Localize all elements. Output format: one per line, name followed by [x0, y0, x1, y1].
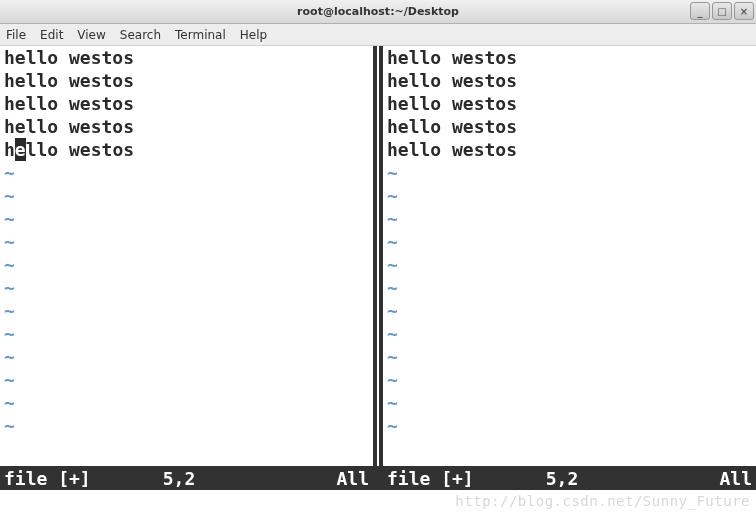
titlebar: root@localhost:~/Desktop _ □ × [0, 0, 756, 24]
tilde-line: ~ [4, 276, 373, 299]
text-line: hello westos [387, 115, 756, 138]
menu-file[interactable]: File [6, 28, 26, 42]
tilde-line: ~ [4, 230, 373, 253]
right-pane[interactable]: hello westos hello westos hello westos h… [383, 46, 756, 513]
tilde-line: ~ [387, 322, 756, 345]
menu-search[interactable]: Search [120, 28, 161, 42]
status-right: file [+] 5,2 All [383, 466, 756, 490]
minimize-button[interactable]: _ [690, 2, 710, 20]
left-pane[interactable]: hello westos hello westos hello westos h… [0, 46, 373, 513]
tilde-line: ~ [387, 276, 756, 299]
status-left: file [+] 5,2 All [0, 466, 373, 490]
tilde-line: ~ [4, 207, 373, 230]
tilde-line: ~ [4, 253, 373, 276]
tilde-line: ~ [387, 253, 756, 276]
tilde-line: ~ [4, 345, 373, 368]
tilde-line: ~ [4, 161, 373, 184]
tilde-line: ~ [4, 368, 373, 391]
tilde-line: ~ [387, 230, 756, 253]
window-title: root@localhost:~/Desktop [0, 5, 756, 18]
maximize-button[interactable]: □ [712, 2, 732, 20]
menubar: File Edit View Search Terminal Help [0, 24, 756, 46]
tilde-line: ~ [387, 391, 756, 414]
menu-view[interactable]: View [77, 28, 105, 42]
left-content[interactable]: hello westos hello westos hello westos h… [4, 46, 373, 489]
cursor-line: hello westos [4, 138, 373, 161]
status-position: 5,2 [546, 467, 579, 490]
status-position: 5,2 [163, 467, 196, 490]
terminal-area[interactable]: hello westos hello westos hello westos h… [0, 46, 756, 513]
text-line: hello westos [387, 46, 756, 69]
text-line: hello westos [4, 46, 373, 69]
tilde-line: ~ [4, 322, 373, 345]
cursor: e [15, 138, 26, 161]
tilde-line: ~ [387, 368, 756, 391]
watermark: http://blog.csdn.net/Sunny_Future [455, 493, 750, 509]
tilde-line: ~ [387, 345, 756, 368]
tilde-line: ~ [387, 299, 756, 322]
text-line: hello westos [387, 138, 756, 161]
text-line: hello westos [387, 69, 756, 92]
status-percent: All [719, 467, 752, 490]
status-bar: file [+] 5,2 All file [+] 5,2 All [0, 466, 756, 490]
status-filename: file [+] [387, 467, 474, 490]
tilde-line: ~ [4, 184, 373, 207]
close-button[interactable]: × [734, 2, 754, 20]
window-controls: _ □ × [690, 2, 754, 20]
tilde-line: ~ [4, 391, 373, 414]
menu-help[interactable]: Help [240, 28, 267, 42]
text-line: hello westos [4, 92, 373, 115]
tilde-line: ~ [387, 184, 756, 207]
text-line: hello westos [4, 115, 373, 138]
tilde-line: ~ [387, 207, 756, 230]
tilde-line: ~ [4, 414, 373, 437]
vertical-split[interactable] [373, 46, 383, 513]
tilde-line: ~ [4, 299, 373, 322]
status-filename: file [+] [4, 467, 91, 490]
text-line: hello westos [387, 92, 756, 115]
right-content[interactable]: hello westos hello westos hello westos h… [387, 46, 756, 489]
status-percent: All [336, 467, 369, 490]
text-line: hello westos [4, 69, 373, 92]
tilde-line: ~ [387, 161, 756, 184]
tilde-line: ~ [387, 414, 756, 437]
menu-terminal[interactable]: Terminal [175, 28, 226, 42]
menu-edit[interactable]: Edit [40, 28, 63, 42]
